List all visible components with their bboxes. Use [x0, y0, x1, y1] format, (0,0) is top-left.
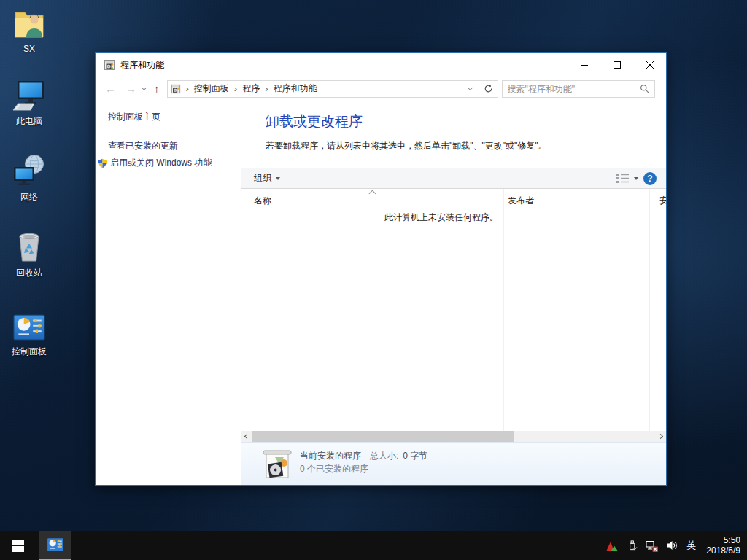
- scroll-left-button[interactable]: [241, 431, 252, 442]
- maximize-button[interactable]: [600, 53, 633, 77]
- desktop-icon-recycle-bin[interactable]: 回收站: [1, 229, 57, 279]
- sidebar-item-view-installed-updates[interactable]: 查看已安装的更新: [108, 140, 178, 152]
- window-title: 程序和功能: [120, 59, 164, 71]
- main-pane: 卸载或更改程序 若要卸载程序，请从列表中将其选中，然后单击"卸载"、"更改"或"…: [241, 101, 666, 485]
- horizontal-scrollbar[interactable]: [241, 431, 666, 442]
- installed-programs-icon: [262, 448, 293, 480]
- program-icon: [104, 59, 115, 71]
- search-input[interactable]: [508, 84, 640, 94]
- desktop-icon-control-panel[interactable]: 控制面板: [1, 311, 57, 358]
- list-header-row: 名称 发布者 安装时间: [241, 189, 666, 207]
- view-dropdown-icon[interactable]: [634, 177, 638, 180]
- address-dropdown-icon[interactable]: [467, 85, 472, 90]
- breadcrumb-item-programs[interactable]: 程序: [242, 82, 260, 95]
- minimize-button[interactable]: [568, 53, 600, 77]
- breadcrumb-separator: ›: [181, 83, 194, 94]
- minimize-icon: [581, 61, 588, 69]
- details-size-value: 0 字节: [403, 451, 427, 461]
- breadcrumb-item-programs-and-features[interactable]: 程序和功能: [274, 82, 317, 95]
- breadcrumb-separator: ›: [229, 83, 242, 94]
- sidebar-item-control-panel-home[interactable]: 控制面板主页: [108, 111, 160, 123]
- column-divider[interactable]: [503, 189, 504, 431]
- taskbar: 英 5:50 2018/6/9: [0, 531, 747, 560]
- refresh-button[interactable]: [479, 80, 498, 98]
- forward-button[interactable]: →: [125, 83, 136, 94]
- desktop: { "colors": { "window_border": "#2b6cab"…: [0, 0, 747, 560]
- desktop-icon-this-pc[interactable]: 此电脑: [1, 77, 57, 128]
- change-view-icon[interactable]: [616, 174, 629, 183]
- help-button[interactable]: ?: [643, 172, 657, 185]
- address-bar: ← → ↑ › 控制面板 › 程序 › 程序和功能: [96, 77, 666, 101]
- window-titlebar[interactable]: 程序和功能: [96, 53, 666, 77]
- sort-ascending-icon: [369, 190, 376, 198]
- volume-icon[interactable]: [666, 540, 678, 551]
- column-header-name[interactable]: 名称: [254, 195, 271, 207]
- organize-label: 组织: [254, 172, 271, 184]
- details-pane: 当前安装的程序总大小:0 字节 0 个已安装的程序: [241, 442, 666, 485]
- breadcrumb-program-icon: [171, 84, 181, 94]
- ime-indicator[interactable]: 英: [686, 539, 696, 552]
- back-button[interactable]: ←: [105, 83, 116, 94]
- windows-logo-icon: [12, 540, 24, 552]
- system-tray: 英 5:50 2018/6/9: [605, 531, 747, 560]
- details-title: 当前安装的程序: [300, 451, 361, 461]
- sidebar-item-windows-features[interactable]: 启用或关闭 Windows 功能: [98, 157, 212, 169]
- search-icon[interactable]: [640, 84, 649, 93]
- details-count: 0 个已安装的程序: [300, 463, 368, 475]
- scroll-right-button[interactable]: [655, 431, 666, 442]
- sidebar-item-label: 启用或关闭 Windows 功能: [110, 157, 212, 169]
- this-pc-icon: [11, 77, 47, 114]
- column-header-publisher[interactable]: 发布者: [508, 195, 534, 207]
- empty-list-message: 此计算机上未安装任何程序。: [241, 211, 641, 224]
- desktop-icon-network[interactable]: 网络: [1, 153, 57, 203]
- search-box: [502, 80, 655, 98]
- desktop-icon-user-folder[interactable]: SX: [1, 6, 57, 54]
- column-header-installed-on[interactable]: 安装时间: [659, 195, 666, 207]
- organize-button[interactable]: 组织: [254, 172, 280, 184]
- page-title: 卸载或更改程序: [266, 112, 363, 131]
- command-bar: 组织 ?: [241, 168, 666, 189]
- recent-locations-dropdown-icon[interactable]: [142, 85, 147, 90]
- breadcrumb-item-control-panel[interactable]: 控制面板: [194, 82, 229, 95]
- programs-and-features-window: 程序和功能 ← → ↑ › 控制面板: [95, 52, 667, 486]
- window-content: 控制面板主页 查看已安装的更新 启用或关闭 Windows 功能 卸载或更改程序…: [96, 101, 666, 485]
- desktop-icon-label: SX: [23, 44, 35, 54]
- taskbar-clock[interactable]: 5:50 2018/6/9: [706, 535, 740, 556]
- recycle-bin-icon: [12, 229, 46, 265]
- network-icon: [11, 153, 47, 190]
- network-disconnected-icon[interactable]: [646, 540, 658, 552]
- taskbar-item-control-panel[interactable]: [39, 531, 71, 560]
- app-notification-icon[interactable]: [605, 540, 619, 551]
- control-panel-icon: [12, 311, 46, 344]
- maximize-icon: [614, 61, 621, 69]
- close-button[interactable]: [633, 53, 666, 77]
- chevron-down-icon: [276, 177, 280, 180]
- desktop-icon-label: 此电脑: [16, 115, 42, 128]
- desktop-icon-label: 网络: [20, 191, 38, 203]
- uac-shield-icon: [98, 158, 107, 168]
- refresh-icon: [484, 84, 493, 93]
- safely-remove-hardware-icon[interactable]: [627, 540, 638, 551]
- desktop-icon-label: 回收站: [16, 267, 42, 279]
- up-button[interactable]: ↑: [154, 83, 160, 94]
- clock-date: 2018/6/9: [706, 545, 740, 556]
- breadcrumb-separator: ›: [260, 83, 273, 94]
- control-panel-taskbar-icon: [46, 536, 65, 553]
- desktop-icon-label: 控制面板: [12, 346, 47, 358]
- scrollbar-thumb[interactable]: [252, 431, 514, 442]
- sidebar: 控制面板主页 查看已安装的更新 启用或关闭 Windows 功能: [96, 101, 241, 485]
- details-size-label: 总大小:: [370, 451, 398, 461]
- column-divider[interactable]: [649, 189, 650, 431]
- user-folder-icon: [12, 6, 47, 42]
- clock-time: 5:50: [706, 535, 740, 545]
- page-description: 若要卸载程序，请从列表中将其选中，然后单击"卸载"、"更改"或"修复"。: [266, 140, 547, 152]
- close-icon: [646, 61, 654, 69]
- breadcrumb[interactable]: › 控制面板 › 程序 › 程序和功能: [167, 80, 479, 98]
- start-button[interactable]: [0, 531, 35, 560]
